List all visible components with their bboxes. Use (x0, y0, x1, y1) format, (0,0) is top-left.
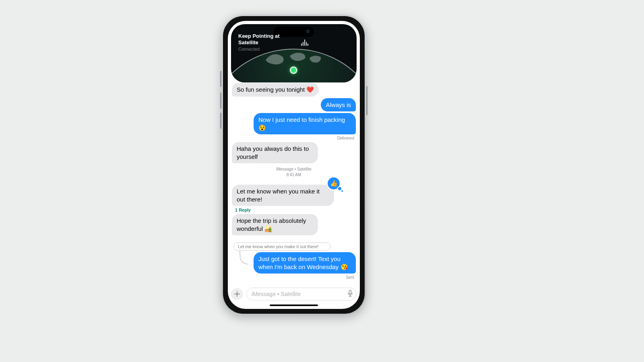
divider-label: iMessage • Satellite (232, 167, 356, 172)
message-in[interactable]: Haha you always do this to yourself (232, 142, 356, 163)
delivery-status: Delivered (232, 136, 354, 140)
message-bubble: Let me know when you make it out there! … (232, 185, 334, 206)
message-bubble: Now I just need to finish packing 😵 (254, 113, 356, 134)
microphone-icon (347, 290, 353, 297)
message-bubble: Just got to the desert! Text you when I'… (254, 252, 356, 274)
earth-arc (231, 49, 357, 82)
message-thread[interactable]: So fun seeing you tonight ❤️ Always is N… (228, 80, 360, 289)
svg-rect-0 (349, 290, 351, 294)
satellite-status: Connected (238, 47, 260, 51)
message-text: Let me know when you make it out there! (237, 188, 320, 203)
delivery-status: Sent (232, 275, 354, 280)
message-in[interactable]: Let me know when you make it out there! … (232, 185, 356, 206)
compose-bar: iMessage • Satellite (231, 287, 357, 301)
reply-count-link[interactable]: 1 Reply (235, 208, 356, 212)
message-input-placeholder: iMessage • Satellite (252, 291, 301, 297)
earth-landmass-icon (258, 44, 330, 68)
divider-time: 8:41 AM (232, 172, 356, 178)
satellite-signal-icon (301, 39, 308, 46)
message-out[interactable]: Now I just need to finish packing 😵 (232, 113, 356, 134)
satellite-position-dot (291, 68, 296, 73)
reply-quote[interactable]: Let me know when you make it out there! (233, 243, 331, 251)
message-input[interactable]: iMessage • Satellite (246, 288, 357, 300)
message-in[interactable]: Hope the trip is absolutely wonderful 🏜️ (232, 214, 356, 235)
message-bubble: So fun seeing you tonight ❤️ (232, 83, 319, 97)
phone-frame: Keep Pointing at Satellite Connected So … (221, 14, 366, 315)
message-bubble: Hope the trip is absolutely wonderful 🏜️ (232, 214, 318, 235)
add-attachment-button[interactable] (231, 288, 243, 300)
home-indicator[interactable] (270, 304, 318, 306)
tapback-thumbsup[interactable]: 👍 (328, 177, 340, 189)
timestamp-divider: iMessage • Satellite 8:41 AM (232, 167, 356, 177)
dictate-button[interactable] (347, 290, 353, 298)
phone-bezel: Keep Pointing at Satellite Connected So … (223, 16, 365, 314)
message-out[interactable]: Always is (232, 98, 356, 112)
message-bubble: Haha you always do this to yourself (232, 142, 318, 163)
message-in[interactable]: So fun seeing you tonight ❤️ (232, 83, 356, 97)
plus-icon (234, 291, 240, 297)
message-bubble: Always is (321, 98, 356, 112)
message-out[interactable]: Just got to the desert! Text you when I'… (232, 252, 356, 274)
satellite-banner[interactable]: Keep Pointing at Satellite Connected (231, 24, 357, 82)
screen: Keep Pointing at Satellite Connected So … (228, 21, 360, 309)
satellite-title: Keep Pointing at Satellite (238, 33, 287, 46)
